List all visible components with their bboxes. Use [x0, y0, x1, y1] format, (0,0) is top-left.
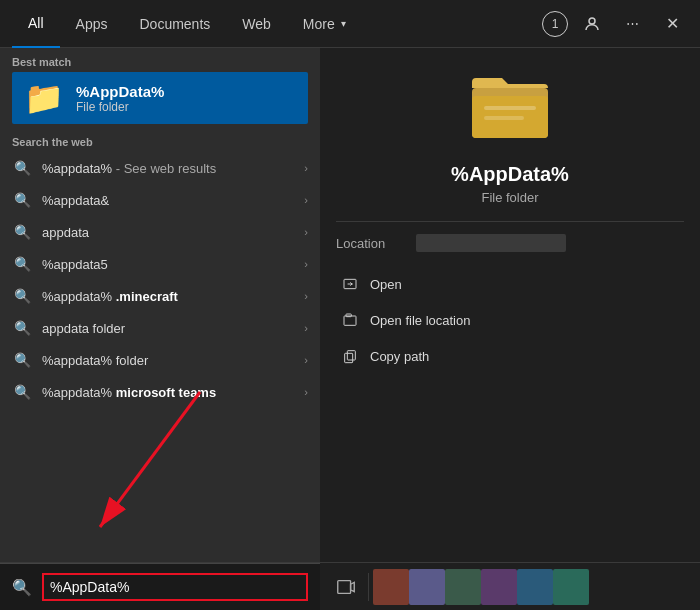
tab-more[interactable]: More ▾: [287, 0, 362, 48]
search-input[interactable]: [42, 573, 308, 601]
bottom-left: 🔍: [0, 563, 320, 610]
search-web-label: Search the web: [0, 128, 320, 152]
chevron-right-icon: ›: [304, 258, 308, 270]
search-icon: 🔍: [12, 320, 32, 336]
left-panel: Best match 📁 %AppData% File folder Searc…: [0, 48, 320, 562]
svg-rect-6: [344, 316, 356, 325]
copy-path-action[interactable]: Copy path: [336, 340, 684, 372]
right-folder-icon: [470, 68, 550, 151]
search-bar: 🔍: [0, 563, 320, 611]
location-label: Location: [336, 236, 406, 251]
chevron-right-icon: ›: [304, 354, 308, 366]
file-location-icon: [340, 310, 360, 330]
result-text: %appdata&: [42, 193, 304, 208]
open-label: Open: [370, 277, 402, 292]
list-item[interactable]: 🔍 %appdata% microsoft teams ›: [0, 376, 320, 408]
more-options-button[interactable]: ⋯: [616, 8, 648, 40]
chevron-right-icon: ›: [304, 226, 308, 238]
search-icon: 🔍: [12, 352, 32, 368]
list-item[interactable]: 🔍 %appdata% folder ›: [0, 344, 320, 376]
list-item[interactable]: 🔍 %appdata% - See web results ›: [0, 152, 320, 184]
taskbar-divider: [368, 573, 369, 601]
tab-apps[interactable]: Apps: [60, 0, 124, 48]
taskbar-app-3[interactable]: [445, 569, 481, 605]
best-match-item[interactable]: 📁 %AppData% File folder: [12, 72, 308, 124]
best-match-info: %AppData% File folder: [76, 83, 164, 114]
svg-rect-3: [484, 106, 536, 110]
best-match-label: Best match: [12, 56, 308, 68]
search-icon: 🔍: [12, 384, 32, 400]
search-icon: 🔍: [12, 256, 32, 272]
header: All Apps Documents Web More ▾ 1: [0, 0, 700, 48]
result-text: %appdata% folder: [42, 353, 304, 368]
main-content: Best match 📁 %AppData% File folder Searc…: [0, 48, 700, 562]
search-icon: 🔍: [12, 192, 32, 208]
list-item[interactable]: 🔍 %appdata& ›: [0, 184, 320, 216]
chevron-right-icon: ›: [304, 162, 308, 174]
taskbar-area: [320, 563, 700, 610]
chevron-right-icon: ›: [304, 194, 308, 206]
right-subtitle: File folder: [481, 190, 538, 205]
bottom-row: 🔍: [0, 562, 700, 610]
tab-all[interactable]: All: [12, 0, 60, 48]
taskbar-app-1[interactable]: [373, 569, 409, 605]
open-action[interactable]: Open: [336, 268, 684, 300]
search-icon: 🔍: [12, 288, 32, 304]
taskbar-icon-video[interactable]: [328, 569, 364, 605]
open-file-location-label: Open file location: [370, 313, 470, 328]
search-icon: 🔍: [12, 160, 32, 176]
right-divider: [336, 221, 684, 222]
nav-tabs: All Apps Documents Web More ▾: [12, 0, 542, 48]
taskbar-app-5[interactable]: [517, 569, 553, 605]
notification-badge[interactable]: 1: [542, 11, 568, 37]
result-text: %appdata% - See web results: [42, 161, 304, 176]
best-match-section: Best match 📁 %AppData% File folder: [0, 48, 320, 128]
chevron-right-icon: ›: [304, 386, 308, 398]
close-button[interactable]: ✕: [656, 8, 688, 40]
chevron-down-icon: ▾: [341, 18, 346, 29]
header-controls: 1 ⋯ ✕: [542, 8, 688, 40]
chevron-right-icon: ›: [304, 290, 308, 302]
folder-icon: 📁: [24, 82, 64, 114]
result-text: appdata folder: [42, 321, 304, 336]
svg-rect-7: [346, 314, 351, 317]
svg-rect-10: [338, 580, 351, 593]
chevron-right-icon: ›: [304, 322, 308, 334]
open-file-location-action[interactable]: Open file location: [336, 304, 684, 336]
taskbar-app-4[interactable]: [481, 569, 517, 605]
list-item[interactable]: 🔍 appdata ›: [0, 216, 320, 248]
svg-rect-4: [484, 116, 524, 120]
right-title: %AppData%: [451, 163, 569, 186]
location-row: Location: [336, 234, 684, 252]
taskbar-app-6[interactable]: [553, 569, 589, 605]
copy-path-label: Copy path: [370, 349, 429, 364]
result-text: %appdata% .minecraft: [42, 289, 304, 304]
svg-rect-8: [347, 351, 355, 360]
tab-documents[interactable]: Documents: [123, 0, 226, 48]
best-match-subtitle: File folder: [76, 100, 164, 114]
user-icon-button[interactable]: [576, 8, 608, 40]
right-panel: %AppData% File folder Location Open: [320, 48, 700, 562]
result-text: %appdata% microsoft teams: [42, 385, 304, 400]
best-match-title: %AppData%: [76, 83, 164, 100]
list-item[interactable]: 🔍 %appdata% .minecraft ›: [0, 280, 320, 312]
result-text: %appdata5: [42, 257, 304, 272]
tab-web[interactable]: Web: [226, 0, 287, 48]
taskbar-app-2[interactable]: [409, 569, 445, 605]
list-item[interactable]: 🔍 appdata folder ›: [0, 312, 320, 344]
action-list: Open Open file location: [336, 268, 684, 372]
result-text: appdata: [42, 225, 304, 240]
result-list: 🔍 %appdata% - See web results › 🔍 %appda…: [0, 152, 320, 562]
svg-point-0: [589, 18, 595, 24]
svg-rect-9: [345, 353, 353, 362]
search-icon: 🔍: [12, 224, 32, 240]
open-icon: [340, 274, 360, 294]
copy-path-icon: [340, 346, 360, 366]
search-bar-icon: 🔍: [12, 578, 32, 597]
location-value-placeholder: [416, 234, 566, 252]
list-item[interactable]: 🔍 %appdata5 ›: [0, 248, 320, 280]
